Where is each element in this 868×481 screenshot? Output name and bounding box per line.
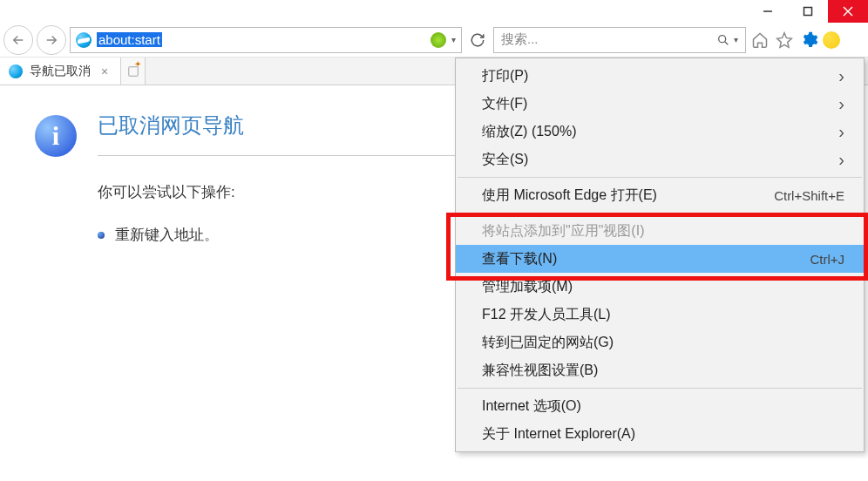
menu-safety[interactable]: 安全(S) (456, 146, 864, 173)
menu-print[interactable]: 打印(P) (456, 62, 864, 90)
page-heading: 已取消网页导航 (98, 112, 464, 156)
menu-separator (458, 213, 862, 213)
menu-internet-options[interactable]: Internet 选项(O) (456, 392, 864, 420)
menu-compat[interactable]: 兼容性视图设置(B) (456, 356, 864, 384)
window-close-button[interactable] (828, 0, 868, 23)
gear-icon[interactable] (798, 30, 819, 51)
forward-button[interactable] (37, 25, 66, 55)
refresh-button[interactable] (465, 28, 490, 52)
address-dropdown-icon[interactable]: ▾ (451, 35, 456, 44)
menu-f12[interactable]: F12 开发人员工具(L) (456, 301, 864, 329)
tab-close-button[interactable]: × (98, 64, 112, 78)
window-minimize-button[interactable] (748, 0, 788, 23)
menu-pinned[interactable]: 转到已固定的网站(G) (456, 329, 864, 356)
menu-open-edge-shortcut: Ctrl+Shift+E (774, 188, 844, 203)
search-icon (716, 33, 730, 47)
svg-line-5 (725, 41, 729, 44)
address-bar[interactable]: about:start ▾ (70, 27, 462, 53)
menu-about[interactable]: 关于 Internet Explorer(A) (456, 420, 864, 448)
menu-open-edge[interactable]: 使用 Microsoft Edge 打开(E) Ctrl+Shift+E (456, 181, 864, 209)
home-icon[interactable] (749, 30, 770, 51)
address-text: about:start (97, 32, 425, 47)
search-dropdown-icon[interactable]: ▾ (734, 35, 738, 44)
tools-menu: 打印(P) 文件(F) 缩放(Z) (150%) 安全(S) 使用 Micros… (455, 58, 865, 452)
smiley-icon[interactable] (823, 31, 840, 49)
new-tab-star-icon: ✦ (134, 59, 141, 69)
menu-manage-addons[interactable]: 管理加载项(M) (456, 273, 864, 301)
menu-separator (458, 177, 862, 178)
search-placeholder: 搜索... (501, 31, 539, 48)
tab-favicon (9, 64, 23, 78)
back-button[interactable] (3, 25, 33, 55)
ie-logo-icon (76, 32, 92, 48)
menu-view-downloads[interactable]: 查看下载(N) Ctrl+J (456, 245, 864, 273)
search-box[interactable]: 搜索... ▾ (493, 27, 746, 53)
menu-file[interactable]: 文件(F) (456, 90, 864, 118)
favorites-icon[interactable] (774, 30, 795, 51)
svg-point-4 (719, 35, 726, 42)
new-tab-button[interactable]: ✦ (121, 58, 146, 85)
security-icon (431, 32, 446, 48)
menu-zoom[interactable]: 缩放(Z) (150%) (456, 118, 864, 146)
tab-active[interactable]: 导航已取消 × (0, 58, 121, 85)
menu-view-downloads-shortcut: Ctrl+J (810, 252, 844, 267)
page-action-item: 重新键入地址。 (115, 225, 464, 245)
svg-rect-1 (804, 8, 812, 16)
page-try-label: 你可以尝试以下操作: (98, 182, 464, 202)
menu-add-site: 将站点添加到"应用"视图(I) (456, 217, 864, 245)
info-icon: i (35, 115, 77, 157)
tab-title: 导航已取消 (30, 64, 91, 79)
window-maximize-button[interactable] (788, 0, 828, 23)
menu-separator (458, 388, 862, 389)
